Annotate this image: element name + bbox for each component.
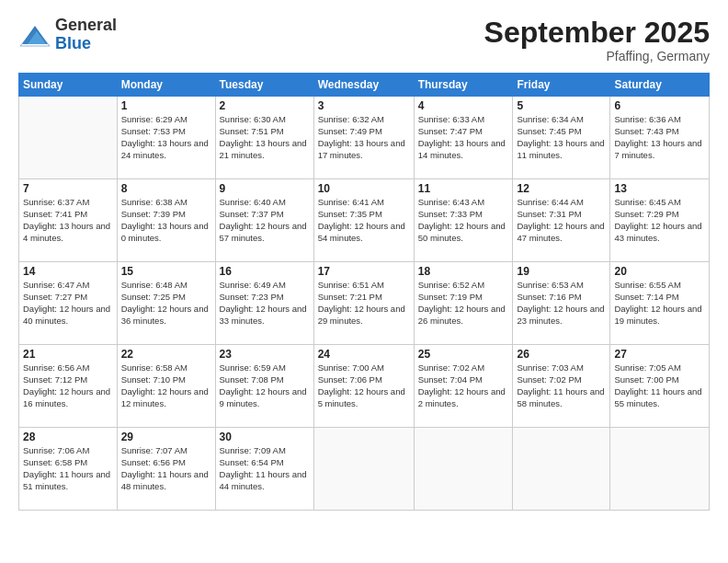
day-number: 10 [318,182,410,195]
calendar-cell: 21Sunrise: 6:56 AM Sunset: 7:12 PM Dayli… [19,345,118,428]
calendar-cell: 8Sunrise: 6:38 AM Sunset: 7:39 PM Daylig… [117,179,215,262]
calendar-cell [513,428,610,511]
day-info: Sunrise: 6:36 AM Sunset: 7:43 PM Dayligh… [614,114,705,161]
calendar-cell: 23Sunrise: 6:59 AM Sunset: 7:08 PM Dayli… [215,345,313,428]
day-number: 24 [318,348,410,361]
logo-general: General [55,17,117,35]
day-number: 15 [121,265,211,278]
calendar-cell [313,428,414,511]
header-tuesday: Tuesday [215,74,313,97]
logo: General Blue [18,17,117,53]
calendar-cell: 3Sunrise: 6:32 AM Sunset: 7:49 PM Daylig… [313,97,414,179]
calendar-cell: 25Sunrise: 7:02 AM Sunset: 7:04 PM Dayli… [414,345,513,428]
day-number: 11 [418,182,509,195]
calendar-cell: 7Sunrise: 6:37 AM Sunset: 7:41 PM Daylig… [19,179,118,262]
day-number: 23 [220,348,310,361]
calendar-week-row: 21Sunrise: 6:56 AM Sunset: 7:12 PM Dayli… [19,345,710,428]
day-number: 22 [121,348,211,361]
day-number: 6 [614,99,705,112]
calendar-cell: 29Sunrise: 7:07 AM Sunset: 6:56 PM Dayli… [117,428,215,511]
calendar-cell: 2Sunrise: 6:30 AM Sunset: 7:51 PM Daylig… [215,97,313,179]
day-info: Sunrise: 6:45 AM Sunset: 7:29 PM Dayligh… [614,197,705,244]
day-info: Sunrise: 6:34 AM Sunset: 7:45 PM Dayligh… [517,114,606,161]
calendar-table: Sunday Monday Tuesday Wednesday Thursday… [18,73,710,511]
day-number: 12 [517,182,606,195]
day-info: Sunrise: 7:09 AM Sunset: 6:54 PM Dayligh… [220,445,310,492]
calendar-cell: 24Sunrise: 7:00 AM Sunset: 7:06 PM Dayli… [313,345,414,428]
logo-blue: Blue [55,35,117,53]
header-monday: Monday [117,74,215,97]
day-info: Sunrise: 6:51 AM Sunset: 7:21 PM Dayligh… [318,280,410,327]
calendar-cell: 15Sunrise: 6:48 AM Sunset: 7:25 PM Dayli… [117,262,215,345]
day-number: 4 [418,99,509,112]
day-info: Sunrise: 7:05 AM Sunset: 7:00 PM Dayligh… [614,362,705,409]
calendar-cell: 13Sunrise: 6:45 AM Sunset: 7:29 PM Dayli… [610,179,710,262]
day-number: 14 [23,265,113,278]
calendar-cell: 9Sunrise: 6:40 AM Sunset: 7:37 PM Daylig… [215,179,313,262]
day-number: 13 [614,182,705,195]
day-info: Sunrise: 7:07 AM Sunset: 6:56 PM Dayligh… [121,445,211,492]
calendar-cell [19,97,118,179]
day-number: 8 [121,182,211,195]
day-number: 7 [23,182,113,195]
day-number: 9 [220,182,310,195]
day-info: Sunrise: 6:29 AM Sunset: 7:53 PM Dayligh… [121,114,211,161]
day-info: Sunrise: 6:37 AM Sunset: 7:41 PM Dayligh… [23,197,113,244]
calendar-cell [414,428,513,511]
calendar-cell: 10Sunrise: 6:41 AM Sunset: 7:35 PM Dayli… [313,179,414,262]
calendar-cell: 19Sunrise: 6:53 AM Sunset: 7:16 PM Dayli… [513,262,610,345]
day-info: Sunrise: 6:40 AM Sunset: 7:37 PM Dayligh… [220,197,310,244]
day-info: Sunrise: 6:58 AM Sunset: 7:10 PM Dayligh… [121,362,211,409]
location: Pfaffing, Germany [484,49,710,63]
day-number: 19 [517,265,606,278]
calendar-cell: 26Sunrise: 7:03 AM Sunset: 7:02 PM Dayli… [513,345,610,428]
calendar-cell: 18Sunrise: 6:52 AM Sunset: 7:19 PM Dayli… [414,262,513,345]
day-number: 16 [220,265,310,278]
day-number: 20 [614,265,705,278]
day-number: 29 [121,431,211,443]
day-info: Sunrise: 6:47 AM Sunset: 7:27 PM Dayligh… [23,280,113,327]
day-info: Sunrise: 6:33 AM Sunset: 7:47 PM Dayligh… [418,114,509,161]
header-saturday: Saturday [610,74,710,97]
day-info: Sunrise: 6:53 AM Sunset: 7:16 PM Dayligh… [517,280,606,327]
day-number: 2 [220,99,310,112]
calendar-cell: 17Sunrise: 6:51 AM Sunset: 7:21 PM Dayli… [313,262,414,345]
month-title: September 2025 [484,17,710,49]
day-info: Sunrise: 6:49 AM Sunset: 7:23 PM Dayligh… [220,280,310,327]
calendar-cell: 5Sunrise: 6:34 AM Sunset: 7:45 PM Daylig… [513,97,610,179]
day-info: Sunrise: 6:38 AM Sunset: 7:39 PM Dayligh… [121,197,211,244]
header-friday: Friday [513,74,610,97]
day-number: 28 [23,431,113,443]
day-info: Sunrise: 6:41 AM Sunset: 7:35 PM Dayligh… [318,197,410,244]
page-header: General Blue September 2025 Pfaffing, Ge… [18,17,710,63]
logo-icon [18,18,51,52]
day-number: 3 [318,99,410,112]
header-sunday: Sunday [19,74,118,97]
day-info: Sunrise: 6:55 AM Sunset: 7:14 PM Dayligh… [614,280,705,327]
day-number: 18 [418,265,509,278]
day-number: 25 [418,348,509,361]
calendar-cell: 22Sunrise: 6:58 AM Sunset: 7:10 PM Dayli… [117,345,215,428]
day-info: Sunrise: 6:48 AM Sunset: 7:25 PM Dayligh… [121,280,211,327]
calendar-cell: 1Sunrise: 6:29 AM Sunset: 7:53 PM Daylig… [117,97,215,179]
day-info: Sunrise: 6:44 AM Sunset: 7:31 PM Dayligh… [517,197,606,244]
day-number: 26 [517,348,606,361]
day-info: Sunrise: 6:32 AM Sunset: 7:49 PM Dayligh… [318,114,410,161]
day-info: Sunrise: 7:00 AM Sunset: 7:06 PM Dayligh… [318,362,410,409]
day-number: 21 [23,348,113,361]
day-number: 30 [220,431,310,443]
day-info: Sunrise: 7:06 AM Sunset: 6:58 PM Dayligh… [23,445,113,492]
calendar-cell [610,428,710,511]
calendar-cell: 28Sunrise: 7:06 AM Sunset: 6:58 PM Dayli… [19,428,118,511]
day-info: Sunrise: 6:56 AM Sunset: 7:12 PM Dayligh… [23,362,113,409]
calendar-week-row: 1Sunrise: 6:29 AM Sunset: 7:53 PM Daylig… [19,97,710,179]
calendar-week-row: 7Sunrise: 6:37 AM Sunset: 7:41 PM Daylig… [19,179,710,262]
day-info: Sunrise: 7:03 AM Sunset: 7:02 PM Dayligh… [517,362,606,409]
calendar-cell: 14Sunrise: 6:47 AM Sunset: 7:27 PM Dayli… [19,262,118,345]
calendar-cell: 6Sunrise: 6:36 AM Sunset: 7:43 PM Daylig… [610,97,710,179]
calendar-week-row: 28Sunrise: 7:06 AM Sunset: 6:58 PM Dayli… [19,428,710,511]
day-info: Sunrise: 6:30 AM Sunset: 7:51 PM Dayligh… [220,114,310,161]
calendar-cell: 20Sunrise: 6:55 AM Sunset: 7:14 PM Dayli… [610,262,710,345]
calendar-cell: 27Sunrise: 7:05 AM Sunset: 7:00 PM Dayli… [610,345,710,428]
logo-text: General Blue [55,17,117,53]
